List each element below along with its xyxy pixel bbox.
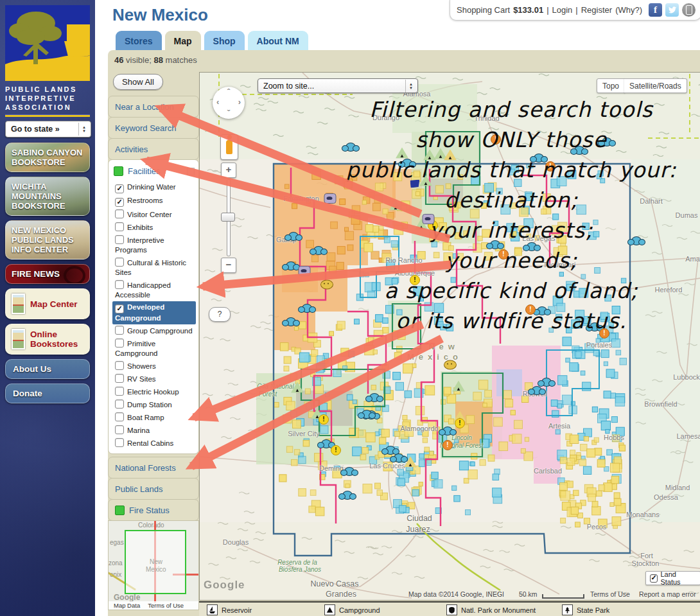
checkbox-icon[interactable] <box>115 304 124 313</box>
pan-right-icon[interactable]: › <box>238 97 241 107</box>
map-marker-icon[interactable] <box>532 386 542 395</box>
filter-section-header[interactable]: Public Lands <box>108 478 199 500</box>
topo-button[interactable]: Topo <box>597 78 625 93</box>
checkbox-icon[interactable] <box>115 280 124 289</box>
map-marker-icon[interactable] <box>286 261 296 270</box>
facility-checkbox-row[interactable]: Interpretive Programs <box>112 234 196 256</box>
map-marker-icon[interactable] <box>288 232 299 241</box>
zoom-to-site-select[interactable]: Zoom to site... ▲▼ <box>258 78 418 93</box>
facility-checkbox-row[interactable]: Electric Hookup <box>112 385 196 398</box>
facility-checkbox-row[interactable]: Marina <box>112 424 196 437</box>
pan-control[interactable]: ˆ ˇ ‹ › <box>213 87 245 119</box>
checkbox-icon[interactable] <box>115 361 124 370</box>
map-marker-icon[interactable] <box>344 467 354 476</box>
zoom-out-button[interactable]: − <box>221 258 236 273</box>
sidebar-button[interactable]: WICHITA MOUNTAINS BOOKSTORE <box>5 177 90 216</box>
tab[interactable]: Stores <box>116 31 162 50</box>
checkbox-icon[interactable] <box>115 184 124 193</box>
terms-link[interactable]: Terms of Use <box>590 590 630 598</box>
map-viewport[interactable]: AlamosaDurangoTrinidadFarmingtonGallupLa… <box>199 72 700 601</box>
select-stepper-icon[interactable]: ▲▼ <box>405 80 416 92</box>
zoom-slider-handle[interactable] <box>221 213 235 222</box>
facility-checkbox-row[interactable]: Cultural & Historic Sites <box>112 256 196 279</box>
twitter-icon[interactable] <box>665 3 679 17</box>
sidebar-button[interactable]: FIRE NEWS <box>5 264 90 284</box>
tab[interactable]: About NM <box>248 31 308 50</box>
checkbox-icon[interactable] <box>115 387 124 396</box>
map-marker-icon[interactable] <box>442 440 453 450</box>
terms-link[interactable]: Terms of Use <box>148 602 184 609</box>
facility-checkbox-row[interactable]: Exhibits <box>112 221 196 234</box>
facility-checkbox-row[interactable]: Rental Cabins <box>112 437 196 450</box>
checkbox-icon[interactable] <box>115 374 124 383</box>
land-status-toggle[interactable]: Land Status <box>645 571 700 585</box>
go-to-state-select[interactable]: Go to state » ▲▼ <box>5 121 91 137</box>
pan-down-icon[interactable]: ˇ <box>213 109 245 118</box>
facility-checkbox-row[interactable]: Restrooms <box>112 195 196 208</box>
overview-minimap[interactable]: Colorado egas zona enix New Mexico Googl… <box>108 520 199 610</box>
sidebar-button[interactable]: Online Bookstores <box>5 324 90 355</box>
facility-checkbox-row[interactable]: Primitive Campground <box>112 337 196 360</box>
facility-checkbox-row[interactable]: Group Campground <box>112 324 196 337</box>
checkbox-icon[interactable] <box>115 339 124 348</box>
fire-status-section[interactable]: Fire Status <box>108 499 199 521</box>
pla-logo[interactable] <box>5 5 90 81</box>
filter-section-header[interactable]: National Forests <box>108 457 199 479</box>
tab[interactable]: Shop <box>204 31 245 50</box>
sidebar-button[interactable]: Donate <box>5 383 90 403</box>
satellite-roads-button[interactable]: Satellite/Roads <box>624 78 687 93</box>
facility-checkbox-row[interactable]: Developed Campground <box>112 301 196 324</box>
checkbox-icon[interactable] <box>115 258 124 267</box>
map-data-link[interactable]: Map Data <box>114 602 140 609</box>
facility-checkbox-row[interactable]: Boat Ramp <box>112 411 196 424</box>
map-marker-icon[interactable] <box>444 360 457 370</box>
map-marker-icon[interactable] <box>319 414 329 425</box>
map-marker-icon[interactable] <box>369 393 380 402</box>
checkbox-icon[interactable] <box>115 412 124 421</box>
sidebar-button[interactable]: SABINO CANYON BOOKSTORE <box>5 143 90 172</box>
map-marker-icon[interactable] <box>385 446 396 455</box>
facility-checkbox-row[interactable]: Handicapped Accessible <box>112 279 196 301</box>
map-marker-icon[interactable] <box>362 410 372 419</box>
filter-section-header[interactable]: Keyword Search <box>108 117 199 139</box>
map-marker-icon[interactable] <box>541 378 552 387</box>
cart-amount[interactable]: $133.01 <box>513 5 543 15</box>
street-view-pegman[interactable] <box>220 134 238 160</box>
map-marker-icon[interactable] <box>321 439 331 448</box>
filter-section-header[interactable]: Near a Location <box>108 96 199 118</box>
facility-checkbox-row[interactable]: Showers <box>112 360 196 373</box>
checkbox-icon[interactable] <box>650 574 658 583</box>
facilities-header[interactable]: Facilities <box>112 164 196 181</box>
filter-section-header[interactable]: Activities <box>108 138 199 160</box>
checkbox-icon[interactable] <box>115 235 124 244</box>
checkbox-icon[interactable] <box>115 326 124 335</box>
tab[interactable]: Map <box>165 31 201 50</box>
why-link[interactable]: (Why?) <box>615 5 642 15</box>
facebook-icon[interactable]: f <box>649 3 662 17</box>
map-marker-icon[interactable] <box>302 304 312 313</box>
map-marker-icon[interactable] <box>299 266 311 276</box>
facility-checkbox-row[interactable]: RV Sites <box>112 373 196 385</box>
sidebar-button[interactable]: NEW MEXICO PUBLIC LANDS INFO CENTER <box>5 220 90 260</box>
facility-checkbox-row[interactable]: Visitor Center <box>112 208 196 221</box>
pan-up-icon[interactable]: ˆ <box>213 87 245 97</box>
mobile-icon[interactable] <box>682 3 696 17</box>
report-error-link[interactable]: Report a map error <box>639 590 696 598</box>
map-marker-icon[interactable] <box>331 445 341 455</box>
pan-left-icon[interactable]: ‹ <box>216 97 219 107</box>
select-stepper-icon[interactable]: ▲▼ <box>78 123 89 136</box>
show-all-button[interactable]: Show All <box>113 74 163 90</box>
cart-label[interactable]: Shopping Cart <box>457 5 510 15</box>
checkbox-icon[interactable] <box>115 438 124 447</box>
map-marker-icon[interactable] <box>455 418 465 428</box>
collapse-box-icon[interactable] <box>187 168 195 175</box>
checkbox-icon[interactable] <box>115 222 124 231</box>
map-marker-icon[interactable] <box>442 427 453 436</box>
login-link[interactable]: Login <box>552 5 573 15</box>
checkbox-icon[interactable] <box>115 209 124 218</box>
checkbox-icon[interactable] <box>115 198 124 207</box>
facility-checkbox-row[interactable]: Dump Station <box>112 398 196 411</box>
facility-checkbox-row[interactable]: Drinking Water <box>112 181 196 195</box>
map-marker-icon[interactable] <box>394 453 404 462</box>
map-marker-icon[interactable] <box>286 317 296 326</box>
